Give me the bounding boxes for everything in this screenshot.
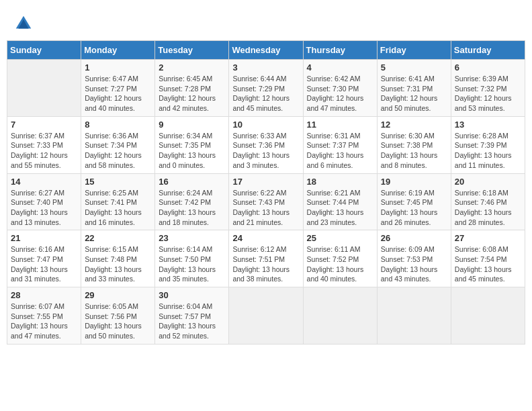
calendar-cell [451, 287, 525, 345]
calendar-cell: 14Sunrise: 6:27 AM Sunset: 7:40 PM Dayli… [7, 173, 81, 230]
day-number: 24 [232, 233, 299, 243]
calendar-cell: 12Sunrise: 6:30 AM Sunset: 7:38 PM Dayli… [377, 116, 451, 173]
day-number: 20 [455, 177, 521, 187]
calendar-cell: 9Sunrise: 6:34 AM Sunset: 7:35 PM Daylig… [155, 116, 229, 173]
calendar-cell: 22Sunrise: 6:15 AM Sunset: 7:48 PM Dayli… [81, 230, 155, 287]
cell-content: Sunrise: 6:27 AM Sunset: 7:40 PM Dayligh… [11, 188, 77, 228]
calendar-cell: 13Sunrise: 6:28 AM Sunset: 7:39 PM Dayli… [451, 116, 525, 173]
cell-content: Sunrise: 6:25 AM Sunset: 7:41 PM Dayligh… [85, 188, 151, 228]
day-number: 10 [232, 120, 299, 130]
calendar-cell: 3Sunrise: 6:44 AM Sunset: 7:29 PM Daylig… [229, 60, 303, 117]
calendar-cell [229, 287, 303, 345]
day-number: 8 [85, 120, 151, 130]
day-number: 16 [159, 177, 225, 187]
cell-content: Sunrise: 6:05 AM Sunset: 7:56 PM Dayligh… [85, 302, 151, 341]
calendar-cell [303, 287, 377, 345]
cell-content: Sunrise: 6:24 AM Sunset: 7:42 PM Dayligh… [159, 188, 225, 228]
calendar-cell: 30Sunrise: 6:04 AM Sunset: 7:57 PM Dayli… [155, 287, 229, 345]
cell-content: Sunrise: 6:09 AM Sunset: 7:53 PM Dayligh… [381, 244, 447, 284]
calendar-cell: 7Sunrise: 6:37 AM Sunset: 7:33 PM Daylig… [7, 116, 81, 173]
calendar-cell: 17Sunrise: 6:22 AM Sunset: 7:43 PM Dayli… [229, 173, 303, 230]
day-number: 13 [455, 120, 521, 130]
calendar-cell: 16Sunrise: 6:24 AM Sunset: 7:42 PM Dayli… [155, 173, 229, 230]
day-number: 7 [11, 120, 77, 130]
cell-content: Sunrise: 6:04 AM Sunset: 7:57 PM Dayligh… [159, 302, 225, 341]
cell-content: Sunrise: 6:47 AM Sunset: 7:27 PM Dayligh… [85, 74, 151, 113]
day-number: 26 [381, 233, 447, 243]
calendar-cell: 18Sunrise: 6:21 AM Sunset: 7:44 PM Dayli… [303, 173, 377, 230]
calendar-week-row: 28Sunrise: 6:07 AM Sunset: 7:55 PM Dayli… [7, 287, 525, 345]
day-number: 22 [85, 233, 151, 243]
day-number: 11 [307, 120, 373, 130]
cell-content: Sunrise: 6:14 AM Sunset: 7:50 PM Dayligh… [159, 244, 225, 284]
calendar-cell: 26Sunrise: 6:09 AM Sunset: 7:53 PM Dayli… [377, 230, 451, 287]
day-number: 14 [11, 177, 77, 187]
day-header-thursday: Thursday [303, 41, 377, 60]
cell-content: Sunrise: 6:44 AM Sunset: 7:29 PM Dayligh… [232, 74, 299, 113]
day-number: 3 [232, 62, 299, 73]
cell-content: Sunrise: 6:12 AM Sunset: 7:51 PM Dayligh… [232, 244, 299, 284]
cell-content: Sunrise: 6:19 AM Sunset: 7:45 PM Dayligh… [381, 188, 447, 228]
calendar-cell: 1Sunrise: 6:47 AM Sunset: 7:27 PM Daylig… [81, 60, 155, 117]
logo-icon [13, 13, 34, 34]
day-number: 5 [381, 62, 447, 73]
cell-content: Sunrise: 6:11 AM Sunset: 7:52 PM Dayligh… [307, 244, 373, 284]
calendar-cell: 27Sunrise: 6:08 AM Sunset: 7:54 PM Dayli… [451, 230, 525, 287]
day-number: 1 [85, 62, 151, 73]
cell-content: Sunrise: 6:39 AM Sunset: 7:32 PM Dayligh… [455, 74, 521, 113]
day-header-wednesday: Wednesday [229, 41, 303, 60]
day-number: 23 [159, 233, 225, 243]
day-header-tuesday: Tuesday [155, 41, 229, 60]
calendar-week-row: 21Sunrise: 6:16 AM Sunset: 7:47 PM Dayli… [7, 230, 525, 287]
calendar-cell: 28Sunrise: 6:07 AM Sunset: 7:55 PM Dayli… [7, 287, 81, 345]
calendar-cell: 23Sunrise: 6:14 AM Sunset: 7:50 PM Dayli… [155, 230, 229, 287]
cell-content: Sunrise: 6:36 AM Sunset: 7:34 PM Dayligh… [85, 131, 151, 171]
day-number: 12 [381, 120, 447, 130]
day-number: 30 [159, 290, 225, 300]
day-number: 28 [11, 290, 77, 300]
calendar-cell: 11Sunrise: 6:31 AM Sunset: 7:37 PM Dayli… [303, 116, 377, 173]
calendar-cell: 19Sunrise: 6:19 AM Sunset: 7:45 PM Dayli… [377, 173, 451, 230]
day-header-sunday: Sunday [7, 41, 81, 60]
cell-content: Sunrise: 6:21 AM Sunset: 7:44 PM Dayligh… [307, 188, 373, 228]
calendar-cell: 10Sunrise: 6:33 AM Sunset: 7:36 PM Dayli… [229, 116, 303, 173]
day-number: 21 [11, 233, 77, 243]
header [7, 7, 525, 37]
calendar-cell: 4Sunrise: 6:42 AM Sunset: 7:30 PM Daylig… [303, 60, 377, 117]
cell-content: Sunrise: 6:33 AM Sunset: 7:36 PM Dayligh… [232, 131, 299, 171]
calendar-cell [7, 60, 81, 117]
cell-content: Sunrise: 6:41 AM Sunset: 7:31 PM Dayligh… [381, 74, 447, 113]
calendar-week-row: 1Sunrise: 6:47 AM Sunset: 7:27 PM Daylig… [7, 60, 525, 117]
cell-content: Sunrise: 6:31 AM Sunset: 7:37 PM Dayligh… [307, 131, 373, 171]
cell-content: Sunrise: 6:45 AM Sunset: 7:28 PM Dayligh… [159, 74, 225, 113]
cell-content: Sunrise: 6:16 AM Sunset: 7:47 PM Dayligh… [11, 244, 77, 284]
cell-content: Sunrise: 6:28 AM Sunset: 7:39 PM Dayligh… [455, 131, 521, 171]
day-number: 27 [455, 233, 521, 243]
calendar-cell: 2Sunrise: 6:45 AM Sunset: 7:28 PM Daylig… [155, 60, 229, 117]
calendar-week-row: 14Sunrise: 6:27 AM Sunset: 7:40 PM Dayli… [7, 173, 525, 230]
day-number: 2 [159, 62, 225, 73]
day-header-friday: Friday [377, 41, 451, 60]
day-number: 6 [455, 62, 521, 73]
calendar-cell: 20Sunrise: 6:18 AM Sunset: 7:46 PM Dayli… [451, 173, 525, 230]
cell-content: Sunrise: 6:18 AM Sunset: 7:46 PM Dayligh… [455, 188, 521, 228]
day-number: 25 [307, 233, 373, 243]
cell-content: Sunrise: 6:30 AM Sunset: 7:38 PM Dayligh… [381, 131, 447, 171]
cell-content: Sunrise: 6:37 AM Sunset: 7:33 PM Dayligh… [11, 131, 77, 171]
calendar-header-row: SundayMondayTuesdayWednesdayThursdayFrid… [7, 41, 525, 60]
day-number: 4 [307, 62, 373, 73]
calendar-week-row: 7Sunrise: 6:37 AM Sunset: 7:33 PM Daylig… [7, 116, 525, 173]
day-number: 15 [85, 177, 151, 187]
calendar-cell: 5Sunrise: 6:41 AM Sunset: 7:31 PM Daylig… [377, 60, 451, 117]
calendar-cell: 8Sunrise: 6:36 AM Sunset: 7:34 PM Daylig… [81, 116, 155, 173]
cell-content: Sunrise: 6:07 AM Sunset: 7:55 PM Dayligh… [11, 302, 77, 341]
calendar-cell [377, 287, 451, 345]
day-header-monday: Monday [81, 41, 155, 60]
day-header-saturday: Saturday [451, 41, 525, 60]
calendar-cell: 24Sunrise: 6:12 AM Sunset: 7:51 PM Dayli… [229, 230, 303, 287]
cell-content: Sunrise: 6:42 AM Sunset: 7:30 PM Dayligh… [307, 74, 373, 113]
calendar-cell: 29Sunrise: 6:05 AM Sunset: 7:56 PM Dayli… [81, 287, 155, 345]
day-number: 17 [232, 177, 299, 187]
cell-content: Sunrise: 6:22 AM Sunset: 7:43 PM Dayligh… [232, 188, 299, 228]
day-number: 18 [307, 177, 373, 187]
